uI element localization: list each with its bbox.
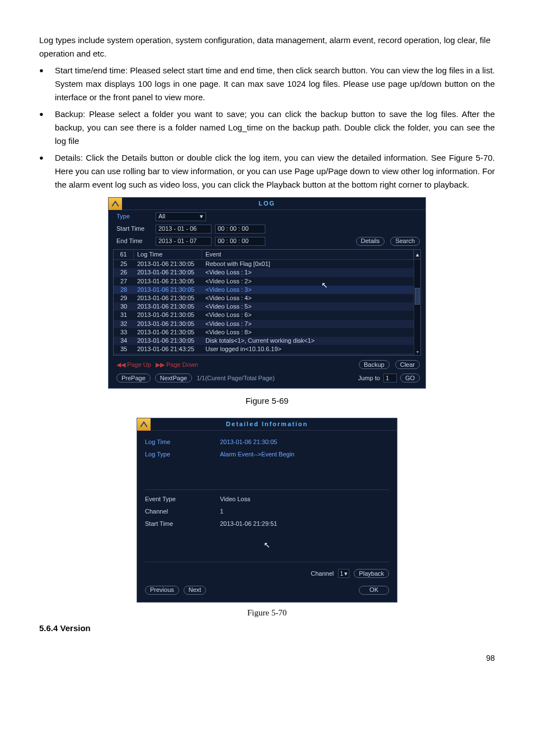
detail-title: Detailed Information [151, 419, 383, 430]
detail-window: Detailed Information Log Time 2013-01-06… [137, 418, 397, 603]
app-logo-icon [137, 418, 151, 431]
end-time-field[interactable]: 00 : 00 : 00 [215, 237, 265, 246]
row-time: 2013-01-06 21:43:33 [134, 353, 202, 355]
row-event: User logged in<10.10.6.19> [202, 345, 414, 353]
row-time: 2013-01-06 21:30:05 [134, 294, 202, 302]
row-event: <Video Loss : 2> [202, 277, 414, 286]
col-count[interactable]: 61 [114, 250, 134, 259]
row-event: <Video Loss : 1> [202, 268, 414, 277]
chevron-down-icon: ▾ [344, 569, 348, 579]
page-down-link[interactable]: ▶▶ Page Down [156, 361, 198, 368]
table-row[interactable]: 252013-01-06 21:30:05Reboot with Flag [0… [114, 260, 414, 268]
table-row[interactable]: 262013-01-06 21:30:05<Video Loss : 1> [114, 268, 414, 277]
table-row[interactable]: 332013-01-06 21:30:05<Video Loss : 8> [114, 328, 414, 337]
details-button[interactable]: Details [356, 237, 385, 246]
log-type-value: Alarm Event-->Event Begin [220, 450, 294, 460]
log-table-header: 61 Log Time Event ▴ [114, 250, 420, 260]
search-button[interactable]: Search [390, 237, 420, 246]
bullet-list: Start time/end time: Pleased select star… [39, 64, 495, 192]
scrollbar-thumb[interactable] [415, 288, 420, 305]
go-button[interactable]: GO [400, 374, 420, 382]
vertical-scrollbar[interactable]: ▾ [414, 260, 420, 355]
row-event: <Video Loss : 4> [202, 294, 414, 302]
clear-button[interactable]: Clear [395, 360, 420, 369]
page-up-link[interactable]: ◀◀ Page Up [116, 361, 151, 368]
divider [145, 489, 389, 490]
table-row[interactable]: 282013-01-06 21:30:05<Video Loss : 3> [114, 286, 414, 294]
row-event: Disk totals<1>, Current working disk<1> [202, 337, 414, 345]
figure-caption-2: Figure 5-70 [39, 606, 495, 619]
row-event: System Upgrade:Start Upgrade [202, 353, 414, 355]
row-time: 2013-01-06 21:30:05 [134, 268, 202, 277]
end-date-field[interactable]: 2013 - 01 - 07 [156, 237, 212, 246]
row-time: 2013-01-06 21:30:05 [134, 260, 202, 268]
cursor-icon: ↖ [321, 281, 328, 290]
previous-button[interactable]: Previous [145, 586, 179, 595]
page-info: 1/1(Curent Page/Total Page) [196, 375, 274, 382]
row-index: 26 [114, 268, 134, 277]
row-time: 2013-01-06 21:30:05 [134, 337, 202, 345]
next-button[interactable]: Next [184, 586, 207, 595]
bullet-item: Backup: Please select a folder you want … [55, 108, 495, 148]
table-row[interactable]: 292013-01-06 21:30:05<Video Loss : 4> [114, 294, 414, 302]
row-index: 36 [114, 353, 134, 355]
playback-button[interactable]: Playback [354, 569, 389, 578]
table-row[interactable]: 302013-01-06 21:30:05<Video Loss : 5> [114, 302, 414, 311]
row-time: 2013-01-06 21:43:25 [134, 345, 202, 353]
start-time-value: 2013-01-06 21:29:51 [220, 519, 277, 529]
row-index: 29 [114, 294, 134, 302]
app-logo-icon [109, 198, 122, 210]
log-time-key: Log Time [145, 437, 220, 447]
row-time: 2013-01-06 21:30:05 [134, 286, 202, 294]
row-index: 35 [114, 345, 134, 353]
channel-selected: 1 [340, 569, 343, 579]
table-row[interactable]: 272013-01-06 21:30:05<Video Loss : 2> [114, 277, 414, 286]
jump-to-input[interactable]: 1 [383, 374, 397, 382]
channel-value: 1 [220, 507, 223, 517]
bullet-item: Details: Click the Details button or dou… [55, 151, 495, 192]
cursor-icon: ↖ [145, 539, 389, 551]
log-title: LOG [122, 200, 412, 207]
row-event: <Video Loss : 3> [202, 286, 414, 294]
type-dropdown[interactable]: All ▾ [156, 212, 206, 221]
type-value: All [158, 213, 165, 220]
table-row[interactable]: 362013-01-06 21:43:33System Upgrade:Star… [114, 353, 414, 355]
start-time-label: Start Time [116, 225, 152, 232]
row-time: 2013-01-06 21:30:05 [134, 302, 202, 311]
table-row[interactable]: 322013-01-06 21:30:05<Video Loss : 7> [114, 320, 414, 328]
prepage-button[interactable]: PrePage [116, 374, 151, 382]
event-type-key: Event Type [145, 494, 220, 505]
nextpage-button[interactable]: NextPage [155, 374, 192, 382]
table-row[interactable]: 352013-01-06 21:43:25User logged in<10.1… [114, 345, 414, 353]
channel-dropdown[interactable]: 1 ▾ [338, 569, 349, 578]
log-type-key: Log Type [145, 450, 220, 460]
row-time: 2013-01-06 21:30:05 [134, 328, 202, 337]
backup-button[interactable]: Backup [359, 360, 390, 369]
row-index: 34 [114, 337, 134, 345]
table-row[interactable]: 342013-01-06 21:30:05Disk totals<1>, Cur… [114, 337, 414, 345]
ok-button[interactable]: OK [359, 586, 389, 595]
col-log-time[interactable]: Log Time [134, 250, 202, 259]
log-window: LOG Type All ▾ Start Time 2013 - 01 - 06… [108, 197, 426, 389]
log-table: 61 Log Time Event ▴ 252013-01-06 21:30:0… [113, 249, 421, 356]
table-row[interactable]: 312013-01-06 21:30:05<Video Loss : 6> [114, 311, 414, 319]
row-index: 32 [114, 320, 134, 328]
scroll-up-icon[interactable]: ▴ [414, 250, 420, 259]
log-titlebar: LOG [109, 198, 425, 210]
divider [145, 562, 389, 562]
col-event[interactable]: Event [202, 250, 414, 259]
start-date-field[interactable]: 2013 - 01 - 06 [156, 225, 212, 234]
channel-key: Channel [145, 507, 220, 517]
row-event: <Video Loss : 8> [202, 328, 414, 337]
row-index: 27 [114, 277, 134, 286]
row-event: Reboot with Flag [0x01] [202, 260, 414, 268]
row-index: 30 [114, 302, 134, 311]
jump-to-label: Jump to [358, 375, 380, 382]
row-time: 2013-01-06 21:30:05 [134, 320, 202, 328]
detail-titlebar: Detailed Information [137, 418, 397, 431]
scroll-down-icon[interactable]: ▾ [414, 349, 420, 355]
row-index: 31 [114, 311, 134, 319]
channel-label: Channel [311, 569, 334, 579]
event-type-value: Video Loss [220, 494, 250, 505]
start-time-field[interactable]: 00 : 00 : 00 [215, 225, 265, 234]
